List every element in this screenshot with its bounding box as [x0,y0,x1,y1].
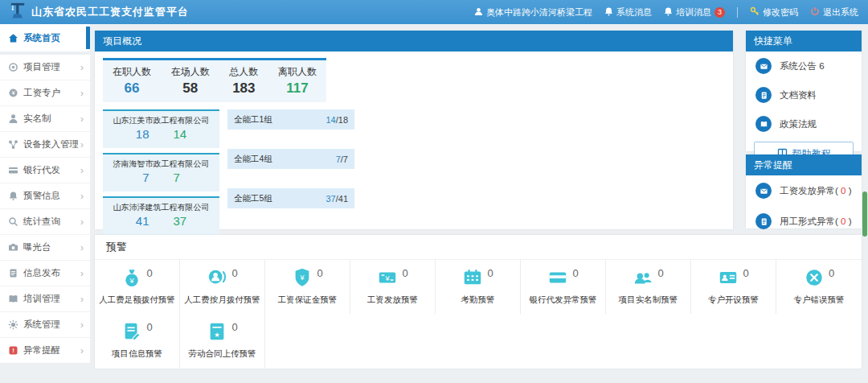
device-nodes-icon [6,139,19,150]
warning-labor-fee-full-payment[interactable]: ¥ 0 人工费足额拨付预警 [95,260,180,314]
svg-text:¥: ¥ [385,274,391,282]
warning-bank-payment-exception[interactable]: 0 银行代发异常预警 [521,260,606,314]
chevron-right-icon: › [80,139,84,150]
document-star-icon: ★ [207,321,227,345]
company-on-site: 14 [174,127,187,141]
chevron-right-icon: › [80,113,84,125]
stat-on-duty: 在职人数 66 [113,65,151,97]
warning-project-info[interactable]: 0 项目信息预警 [95,314,180,368]
chevron-right-icon: › [80,165,84,176]
chevron-right-icon: › [80,242,84,253]
warnings-grid: ¥ 0 人工费足额拨付预警 0 人工费按月拨付预警 ¥ [95,260,862,368]
people-icon [633,267,653,291]
current-project-menu[interactable]: 奥体中路跨小清河桥梁工程 [474,6,592,19]
warning-labor-contract-upload[interactable]: ★ 0 劳动合同上传预警 [180,314,265,368]
sidebar-item-bank-payment[interactable]: 银行代发 › [0,157,90,183]
svg-text:★: ★ [215,331,220,339]
warning-account-opening[interactable]: 0 专户开设预警 [691,260,776,314]
page-title: 山东省农民工工资支付监管平台 [31,5,189,19]
vertical-scrollbar-thumb[interactable] [862,192,867,237]
sidebar-item-home[interactable]: 系统首页 [0,24,90,51]
document-icon [755,87,772,103]
gear-icon [6,319,19,330]
power-icon [810,6,820,18]
crane-logo-icon [10,2,26,23]
quick-item-documents[interactable]: 文档资料 [746,80,862,109]
training-badge: 3 [714,7,725,18]
work-group-row[interactable]: 全能工4组 7/7 [227,149,354,169]
warning-wage-deposit[interactable]: ¥ 0 工资保证金预警 [265,260,350,314]
company-on-site: 7 [174,171,180,184]
camera-icon [6,242,19,253]
svg-text:!: ! [12,347,14,354]
quick-item-policies[interactable]: 政策法规 [746,109,862,138]
work-group-row[interactable]: 全能工1组 14/18 [227,109,354,130]
stat-left: 离职人数 117 [278,65,317,97]
credit-card-icon [547,267,568,291]
work-group-row[interactable]: 全能工5组 37/41 [227,188,354,208]
sidebar-item-project-mgmt[interactable]: 项目管理 › [0,55,90,80]
stat-total: 总人数 183 [229,65,258,97]
svg-text:¥: ¥ [129,277,135,285]
calendar-icon [462,267,483,291]
overview-body: 在职人数 66 在场人数 58 总人数 183 离职人数 117 [95,51,733,246]
bell-icon [604,6,613,18]
project-overview-panel: 项目概况 在职人数 66 在场人数 58 总人数 183 离职人数 117 [95,31,733,229]
shield-yuan-icon: ¥ [292,267,313,291]
panel-header: 异常提醒 [746,154,862,175]
chevron-right-icon: › [80,268,84,279]
person-broadcast-icon [207,267,227,291]
quick-menu-panel: 快捷菜单 系统公告 6 文档资料 政策法规 帮助教程 [746,31,862,151]
company-on-site: 37 [174,214,187,228]
warnings-panel: 预警 ¥ 0 人工费足额拨付预警 0 人工费按月拨付 [95,235,862,369]
sidebar-menu-block: 项目管理 › ¥ 工资专户 › 实名制 › 设备 [0,55,90,363]
company-on-duty: 7 [142,171,149,184]
panel-header: 快捷菜单 [746,31,862,51]
x-circle-icon [804,267,825,291]
sidebar: 系统首页 项目管理 › ¥ 工资专户 › [0,24,90,363]
banknote-yuan-icon: ¥ [377,267,398,291]
chevron-right-icon: › [80,88,84,99]
search-icon [6,216,19,227]
warning-labor-fee-monthly-payment[interactable]: 0 人工费按月拨付预警 [180,260,265,314]
company-card[interactable]: 山东江美市政工程有限公司 18 14 [103,109,219,148]
logout-menu[interactable]: 退出系统 [810,6,858,19]
change-password-menu[interactable]: 修改密码 [750,6,798,19]
warning-attendance[interactable]: 0 考勤预警 [436,260,521,314]
sidebar-item-exception-reminder[interactable]: ! 异常提醒 › [0,337,90,363]
sidebar-item-exposure[interactable]: 曝光台 › [0,234,90,260]
company-card[interactable]: 山东沛泽建筑工程有限公司 41 37 [103,196,219,235]
warning-wage-payment[interactable]: ¥ 0 工资发放预警 [350,260,436,314]
quick-item-announcements[interactable]: 系统公告 6 [746,51,862,80]
system-messages-menu[interactable]: 系统消息 [604,6,652,19]
warning-account-error[interactable]: 0 专户错误预警 [776,260,862,314]
sidebar-item-warning-info[interactable]: 预警信息 › [0,183,90,208]
sidebar-item-real-name[interactable]: 实名制 › [0,105,90,131]
sidebar-item-training-mgmt[interactable]: 培训管理 › [0,286,90,311]
brand: 山东省农民工工资支付监管平台 [10,2,189,23]
exception-item-employment-form[interactable]: 用工形式异常( 0 ) [746,206,862,237]
company-card[interactable]: 济南海智市政工程有限公司 7 7 [103,153,219,192]
person-icon [6,113,19,124]
training-messages-menu[interactable]: 培训消息 3 [664,6,725,19]
book-icon [6,294,19,304]
staff-stats-box: 在职人数 66 在场人数 58 总人数 183 离职人数 117 [103,58,326,102]
sidebar-item-system-mgmt[interactable]: 系统管理 › [0,311,90,337]
panel-header: 项目概况 [95,31,733,51]
warning-project-real-name[interactable]: 0 项目实名制预警 [606,260,691,314]
chevron-right-icon: › [80,191,84,202]
sidebar-item-wage-account[interactable]: ¥ 工资专户 › [0,80,90,105]
exception-item-wage-payment[interactable]: 工资发放异常( 0 ) [746,175,862,206]
sidebar-item-device-access[interactable]: 设备接入管理 › [0,131,90,157]
company-cards: 山东江美市政工程有限公司 18 14 济南海智市政工程有限公司 7 7 [103,109,219,240]
person-icon [474,7,483,18]
yuan-coin-icon: ¥ [6,88,19,98]
sidebar-item-info-publish[interactable]: 信息发布 › [0,260,90,286]
alert-icon: ! [6,345,19,356]
sidebar-item-stats-query[interactable]: 统计查询 › [0,208,90,234]
active-indicator [86,27,90,49]
chevron-right-icon: › [80,319,84,331]
exception-reminder-panel: 异常提醒 工资发放异常( 0 ) 用工形式异常( 0 ) [746,154,862,229]
svg-text:¥: ¥ [300,274,305,282]
stat-on-site: 在场人数 58 [171,65,210,97]
